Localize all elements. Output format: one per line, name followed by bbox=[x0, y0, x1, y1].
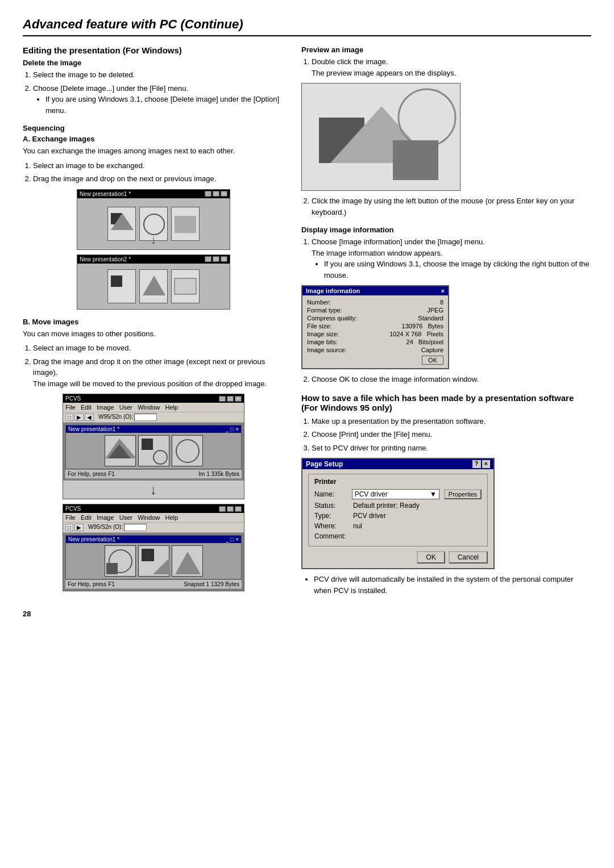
img-thumb-d bbox=[105, 545, 136, 577]
dialog-row: Format type: JPEG bbox=[307, 307, 443, 314]
ps-name-dropdown[interactable]: PCV driver ▼ bbox=[352, 489, 439, 499]
delete-image-bullets: If you are using Windows 3.1, choose [De… bbox=[45, 94, 284, 116]
display-info-heading: Display image information bbox=[301, 226, 591, 234]
page-title: Advanced feature with PC (Continue) bbox=[23, 17, 591, 32]
min-icon-2: _ bbox=[219, 506, 226, 512]
move-steps: Select an image to be moved. Drag the im… bbox=[33, 343, 284, 389]
svg-rect-13 bbox=[106, 563, 118, 574]
move-images-desc: You can move images to other positions. bbox=[23, 328, 284, 340]
ps-field-row: Where: nul bbox=[314, 522, 482, 530]
close-icon: × bbox=[221, 191, 227, 197]
seq-titlebar-1: New presentation1 * _ □ × bbox=[77, 190, 230, 198]
maximize-icon: □ bbox=[213, 191, 219, 197]
field-label: Image size: bbox=[307, 331, 339, 337]
svg-point-11 bbox=[176, 440, 199, 462]
svg-marker-15 bbox=[153, 557, 170, 574]
move-app-title-1: PCVS bbox=[65, 395, 81, 402]
seq-screenshot-1: New presentation1 * _ □ × bbox=[77, 189, 230, 250]
ps-label: Status: bbox=[314, 502, 349, 510]
page-number: 28 bbox=[23, 610, 591, 618]
ps-label: Comment: bbox=[314, 532, 349, 540]
page-setup-dialog: Page Setup ? × Printer Name: PCV driver bbox=[301, 458, 495, 569]
properties-button[interactable]: Properties bbox=[444, 489, 482, 499]
field-label: Format type: bbox=[307, 307, 342, 314]
page-setup-body: Printer Name: PCV driver ▼ Properties St… bbox=[302, 469, 493, 568]
seq-content-2 bbox=[77, 264, 230, 309]
list-item: Choose [Delete image...] under the [File… bbox=[33, 83, 284, 116]
x-icon-2: × bbox=[235, 506, 242, 512]
dialog-titlebar: Image information × bbox=[302, 286, 448, 295]
menu-bar-2: File Edit Image User Window Help bbox=[63, 513, 244, 523]
how-to-save-title: How to save a file which has been made b… bbox=[301, 393, 591, 412]
thumb-1 bbox=[107, 207, 136, 241]
toolbar: □ ▶ ◀ W95/S2n (O): bbox=[63, 412, 244, 423]
ps-close-icon: × bbox=[482, 460, 490, 468]
ps-ok-button[interactable]: OK bbox=[417, 551, 445, 564]
img-thumb-a bbox=[105, 435, 136, 466]
list-item: Make up a presentation by the presentati… bbox=[312, 416, 591, 427]
page-setup-titlebar: Page Setup ? × bbox=[302, 459, 493, 469]
ps-type-value: PCV driver bbox=[353, 512, 482, 520]
ps-label: Type: bbox=[314, 512, 349, 520]
field-value: 130976 Bytes bbox=[402, 323, 443, 329]
exchange-images-desc: You can exchange the images among images… bbox=[23, 145, 284, 157]
sub-title: New presentation1 * bbox=[68, 426, 119, 432]
img-thumb-b bbox=[138, 435, 169, 466]
display-info-step2: Choose OK to close the image information… bbox=[312, 374, 591, 385]
field-value: JPEG bbox=[427, 307, 443, 314]
printer-group: Printer Name: PCV driver ▼ Properties St… bbox=[308, 474, 488, 546]
how-to-save-steps: Make up a presentation by the presentati… bbox=[312, 416, 591, 454]
size-text-2: Snapsot 1 1329 Bytes bbox=[184, 581, 239, 587]
display-info-bullets: If you are using Windows 3.1, choose the… bbox=[324, 258, 591, 281]
exchange-steps: Select an image to be exchanged. Drag th… bbox=[33, 160, 284, 185]
delete-image-steps: Select the image to be deleted. Choose [… bbox=[33, 69, 284, 116]
ps-where-value: nul bbox=[353, 522, 482, 530]
field-value: Capture bbox=[421, 347, 443, 353]
ps-field-row: Comment: bbox=[314, 532, 482, 540]
dialog-ok-area: OK bbox=[307, 356, 443, 365]
toolbar-2: □ ▶ W95/S2n (O): bbox=[63, 523, 244, 533]
thumb-5 bbox=[139, 269, 168, 303]
x-icon: × bbox=[235, 396, 242, 402]
dialog-ok-button[interactable]: OK bbox=[422, 356, 443, 365]
tb-btn-b: ▶ bbox=[74, 524, 84, 531]
app-workspace-2: New presentation1 * _ □ × bbox=[63, 533, 244, 591]
drag-arrow-down: ↓ bbox=[151, 232, 157, 247]
move-titlebar-1: PCVS _ □ × bbox=[63, 394, 244, 403]
close-icon-2: × bbox=[221, 256, 227, 262]
field-value: Standard bbox=[418, 315, 443, 322]
dialog-row: File size: 130976 Bytes bbox=[307, 323, 443, 329]
sequencing-heading: Sequencing bbox=[23, 124, 284, 132]
title-rule bbox=[23, 35, 591, 36]
sub-content bbox=[66, 433, 241, 469]
display-info-steps: Choose [Image information] under the [Im… bbox=[312, 236, 591, 281]
toolbar-label: W95/S2n (O): bbox=[98, 414, 133, 421]
list-item: Drag the image and drop on the next or p… bbox=[33, 173, 284, 185]
field-label: Image source: bbox=[307, 347, 347, 353]
ps-field-row: Name: PCV driver ▼ Properties bbox=[314, 489, 482, 499]
field-label: File size: bbox=[307, 323, 331, 329]
main-content: Editing the presentation (For Windows) D… bbox=[23, 45, 591, 600]
thumb-4 bbox=[107, 269, 136, 303]
ps-label: Where: bbox=[314, 522, 349, 530]
sub-buttons: _ □ × bbox=[226, 426, 239, 432]
dropdown-icon: ▼ bbox=[430, 490, 437, 498]
seq-content-1: ↓ bbox=[77, 198, 230, 249]
thumb-6 bbox=[171, 269, 200, 303]
status-bar-1: For Help, press F1 Im 1 335k Bytes bbox=[65, 469, 242, 478]
ps-field-row: Status: Default printer; Ready bbox=[314, 502, 482, 510]
field-label: Image bits: bbox=[307, 339, 338, 345]
list-item: Select an image to be exchanged. bbox=[33, 160, 284, 172]
move-titlebar-2: PCVS _ □ × bbox=[63, 504, 244, 513]
toolbar-label-2: W95/S2n (O): bbox=[88, 524, 123, 531]
field-value: 24 Bits/pixel bbox=[406, 339, 443, 345]
svg-point-2 bbox=[144, 214, 164, 235]
ps-cancel-button[interactable]: Cancel bbox=[449, 551, 488, 564]
list-item: Select the image to be deleted. bbox=[33, 69, 284, 81]
svg-rect-9 bbox=[142, 439, 153, 450]
minimize-icon: _ bbox=[205, 191, 211, 197]
field-value: 1024 X 768 Pixels bbox=[389, 331, 443, 337]
seq-title-text-2: New presentation2 * bbox=[80, 256, 131, 262]
sub-titlebar: New presentation1 * _ □ × bbox=[66, 425, 241, 433]
preview-steps-2: Click the image by using the left button… bbox=[312, 195, 591, 218]
